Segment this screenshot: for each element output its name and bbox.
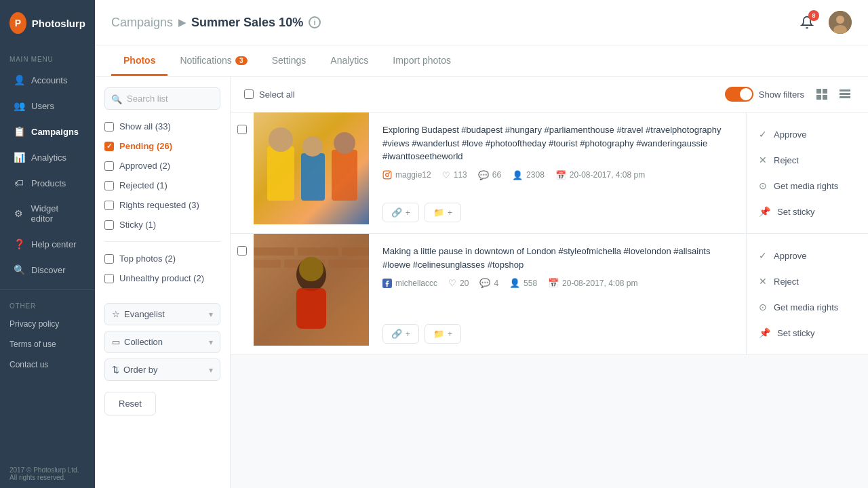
svg-rect-29 [296,288,326,329]
followers-icon-2: 👤 [509,278,520,288]
filter-show-all-checkbox[interactable] [104,122,114,131]
filter-top-photos-checkbox[interactable] [104,254,114,264]
filter-unhealthy-checkbox[interactable] [104,274,114,283]
other-label: OTHER [0,297,95,314]
avatar[interactable] [829,11,852,34]
reject-button-1[interactable]: ✕ Reject [747,148,868,172]
svg-rect-11 [267,146,294,201]
pin-icon-2: 📌 [759,327,770,338]
heart-icon: ♡ [442,170,450,180]
sidebar-item-products[interactable]: 🏷 Products [4,171,91,195]
tab-notifications[interactable]: Notifications 3 [167,45,259,76]
tab-analytics[interactable]: Analytics [318,45,380,76]
approve-button-1[interactable]: ✓ Approve [747,122,868,146]
sidebar-item-label: Accounts [31,75,67,85]
set-sticky-button-2[interactable]: 📌 Set sticky [747,321,868,345]
photo-right-actions-2: ✓ Approve ✕ Reject ⊙ Get media rights [746,234,868,354]
filter-pending-checkbox[interactable]: ✓ [104,142,114,151]
photo-row-left: Exploring Budapest #budapest #hungary #p… [231,113,746,233]
filter-unhealthy[interactable]: Unhealthy product (2) [104,271,220,285]
photo-checkbox-2[interactable] [237,246,247,256]
svg-rect-13 [301,153,325,201]
info-icon[interactable]: i [309,16,321,28]
filter-pending[interactable]: ✓ Pending (26) [104,139,220,153]
breadcrumb-arrow: ▶ [178,17,186,28]
photo-list: Select all Show filters [231,77,868,488]
reject-button-2[interactable]: ✕ Reject [747,269,868,293]
sidebar-item-contact[interactable]: Contact us [0,354,95,375]
notification-button[interactable]: 8 [796,12,818,33]
instagram-icon [382,170,392,180]
social-meta-1: maggie12 [382,170,431,180]
sidebar-item-users[interactable]: 👥 Users [4,94,91,118]
check-icon: ✓ [759,129,767,140]
collection-dropdown[interactable]: ▭ Collection ▾ [104,331,220,353]
heart-icon-2: ♡ [448,278,456,288]
products-icon: 🏷 [14,178,24,188]
svg-rect-15 [332,150,357,201]
filter-show-all[interactable]: Show all (33) [104,119,220,134]
get-media-rights-button-2[interactable]: ⊙ Get media rights [747,295,868,319]
star-icon: ☆ [112,309,120,319]
photo-meta-2: michellaccc ♡ 20 💬 4 [382,278,732,288]
add-collection-button-2[interactable]: 📁 + [425,324,461,344]
check-icon-2: ✓ [759,250,767,261]
filter-rights-requested[interactable]: Rights requested (3) [104,198,220,212]
show-filters-toggle[interactable] [725,87,753,102]
sidebar-item-analytics[interactable]: 📊 Analytics [4,145,91,169]
filter-rejected-checkbox[interactable] [104,181,114,190]
get-media-rights-button-1[interactable]: ⊙ Get media rights [747,174,868,198]
campaigns-icon: 📋 [14,126,24,137]
sidebar-item-help-center[interactable]: ❓ Help center [4,232,91,256]
svg-point-18 [386,174,389,177]
link-icon: 🔗 [391,207,402,218]
sidebar-item-terms[interactable]: Terms of use [0,334,95,354]
search-wrap: 🔍 [104,87,220,110]
filter-approved-checkbox[interactable] [104,161,114,171]
svg-rect-4 [823,89,827,94]
filter-sticky[interactable]: Sticky (1) [104,218,220,232]
evangelist-dropdown[interactable]: ☆ Evangelist ▾ [104,303,220,325]
sidebar-item-privacy[interactable]: Privacy policy [0,314,95,334]
photo-row-2: Making a little pause in downtown of Lon… [231,234,868,355]
sidebar-item-accounts[interactable]: 👤 Accounts [4,68,91,92]
photo-checkbox-1[interactable] [237,125,247,134]
select-all-label: Select all [259,89,295,100]
photo-card-check-1 [231,113,254,233]
sidebar-item-label: Analytics [31,152,66,163]
add-link-button-2[interactable]: 🔗 + [382,324,419,344]
avatar-image [829,11,852,34]
add-collection-button-1[interactable]: 📁 + [425,203,461,222]
filter-approved[interactable]: Approved (2) [104,159,220,173]
sidebar-item-campaigns[interactable]: 📋 Campaigns [4,119,91,144]
tab-settings[interactable]: Settings [260,45,319,76]
list-view-button[interactable] [835,85,854,104]
add-link-button-1[interactable]: 🔗 + [382,203,419,222]
filter-rights-requested-checkbox[interactable] [104,201,114,210]
tab-import-photos[interactable]: Import photos [380,45,463,76]
users-icon: 👥 [14,100,24,111]
approve-button-2[interactable]: ✓ Approve [747,243,868,268]
filter-sticky-checkbox[interactable] [104,220,114,230]
sidebar-item-label: Widget editor [31,203,81,224]
svg-rect-17 [383,171,391,179]
logo[interactable]: P Photoslurp [0,0,95,46]
filter-top-photos[interactable]: Top photos (2) [104,251,220,266]
filter-panel: 🔍 Show all (33) ✓ Pending (26) Approved … [95,77,231,488]
filter-rejected[interactable]: Rejected (1) [104,178,220,192]
set-sticky-button-1[interactable]: 📌 Set sticky [747,199,868,224]
tab-photos[interactable]: Photos [111,45,167,76]
order-by-dropdown[interactable]: ⇅ Order by ▾ [104,359,220,381]
grid-view-button[interactable] [812,85,831,104]
followers-meta-1: 👤 2308 [512,170,545,180]
analytics-icon: 📊 [14,152,24,163]
followers-icon: 👤 [512,170,523,180]
photo-list-header: Select all Show filters [231,77,868,113]
comment-icon-2: 💬 [479,278,490,288]
select-all-checkbox[interactable] [244,89,254,99]
sidebar-item-widget-editor[interactable]: ⚙ Widget editor [4,197,91,230]
reset-button[interactable]: Reset [104,392,156,415]
x-icon: ✕ [759,155,767,165]
sidebar-item-discover[interactable]: 🔍 Discover [4,258,91,282]
svg-rect-8 [840,93,850,95]
